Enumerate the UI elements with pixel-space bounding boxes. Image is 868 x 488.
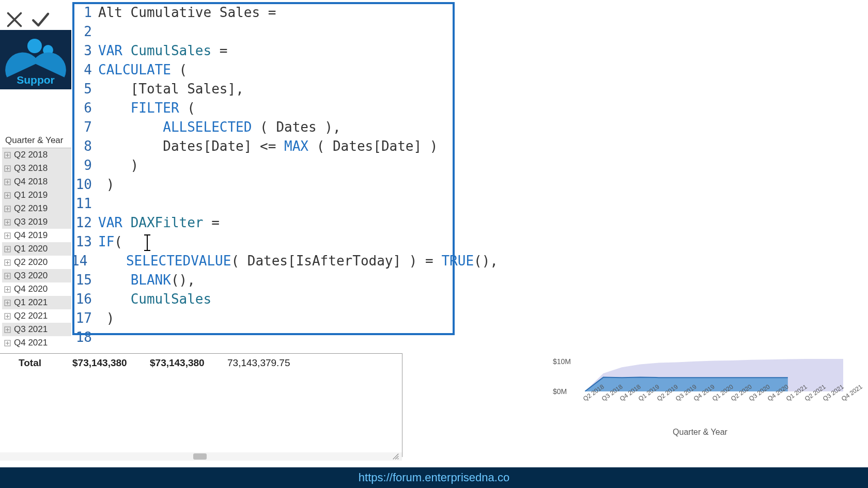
slicer-item-label: Q2 2021 xyxy=(14,311,48,321)
expand-icon xyxy=(4,192,11,199)
expand-icon xyxy=(4,219,11,226)
commit-button[interactable] xyxy=(30,9,51,32)
slicer-item[interactable]: Q2 2019 xyxy=(2,202,71,215)
chart-y-tick: $0M xyxy=(553,387,567,396)
line-number: 4 xyxy=(71,60,98,80)
resize-grip-icon[interactable] xyxy=(392,453,400,460)
code-line[interactable]: Dates[Date] <= MAX ( Dates[Date] ) xyxy=(98,137,454,156)
code-line[interactable]: FILTER ( xyxy=(98,99,454,118)
slicer-title: Quarter & Year xyxy=(2,133,71,148)
expand-icon xyxy=(4,206,11,212)
footer-bar: https://forum.enterprisedna.co xyxy=(0,467,868,488)
code-line[interactable]: IF( xyxy=(98,232,454,251)
slicer-item[interactable]: Q3 2021 xyxy=(2,323,71,336)
slicer-item[interactable]: Q4 2020 xyxy=(2,282,71,296)
line-number: 5 xyxy=(71,80,98,99)
scrollbar-thumb[interactable] xyxy=(193,453,207,460)
expand-icon xyxy=(4,326,11,333)
expand-icon xyxy=(4,300,11,306)
expand-icon xyxy=(4,246,11,253)
slicer-item-label: Q3 2018 xyxy=(14,163,48,174)
line-number: 18 xyxy=(71,328,98,347)
expand-icon xyxy=(4,232,11,239)
visual-border xyxy=(0,353,402,457)
slicer-item-label: Q2 2020 xyxy=(14,257,48,267)
slicer-item[interactable]: Q1 2021 xyxy=(2,296,71,309)
expand-icon xyxy=(4,340,11,347)
expand-icon xyxy=(4,152,11,159)
slicer-item-label: Q1 2021 xyxy=(14,297,48,308)
code-line[interactable]: [Total Sales], xyxy=(98,80,454,99)
code-line[interactable]: SELECTEDVALUE( Dates[IsAfterToday] ) = T… xyxy=(94,251,498,271)
slicer-item[interactable]: Q3 2020 xyxy=(2,269,71,282)
slicer-item[interactable]: Q1 2019 xyxy=(2,188,71,202)
expand-icon xyxy=(4,259,11,266)
slicer-item-label: Q4 2018 xyxy=(14,177,48,187)
expand-icon xyxy=(4,179,11,185)
check-icon xyxy=(30,9,51,30)
quarter-year-slicer[interactable]: Quarter & Year Q2 2018Q3 2018Q4 2018Q1 2… xyxy=(2,133,71,350)
code-line[interactable]: ALLSELECTED ( Dates ), xyxy=(98,118,454,137)
line-number: 6 xyxy=(71,99,98,118)
line-number: 16 xyxy=(71,290,98,309)
cumulative-sales-chart[interactable]: Q2 2018Q3 2018Q4 2018Q1 2019Q2 2019Q3 20… xyxy=(548,350,853,443)
line-number: 1 xyxy=(71,3,98,22)
cancel-button[interactable] xyxy=(4,9,25,32)
slicer-item-label: Q2 2019 xyxy=(14,203,48,214)
code-line[interactable]: Alt Cumulative Sales = xyxy=(98,3,454,22)
code-line[interactable]: ) xyxy=(98,175,454,194)
chart-y-tick: $10M xyxy=(553,357,571,366)
slicer-item[interactable]: Q4 2019 xyxy=(2,229,71,242)
chart-x-ticks: Q2 2018Q3 2018Q4 2018Q1 2019Q2 2019Q3 20… xyxy=(585,392,843,413)
slicer-item[interactable]: Q2 2018 xyxy=(2,148,71,162)
line-number: 11 xyxy=(71,194,98,213)
code-line[interactable]: VAR DAXFilter = xyxy=(98,213,454,232)
slicer-item[interactable]: Q3 2019 xyxy=(2,215,71,229)
line-number: 13 xyxy=(71,232,98,251)
line-number: 14 xyxy=(71,251,94,271)
slicer-item[interactable]: Q2 2021 xyxy=(2,309,71,323)
dax-formula-editor[interactable]: 1Alt Cumulative Sales =23VAR CumulSales … xyxy=(71,0,456,338)
line-number: 7 xyxy=(71,118,98,137)
line-number: 17 xyxy=(71,309,98,328)
line-number: 2 xyxy=(71,22,98,41)
slicer-item-label: Q4 2021 xyxy=(14,338,48,348)
expand-icon xyxy=(4,286,11,293)
slicer-item[interactable]: Q2 2020 xyxy=(2,256,71,269)
line-number: 15 xyxy=(71,271,98,290)
slicer-item-label: Q4 2020 xyxy=(14,284,48,294)
line-number: 10 xyxy=(71,175,98,194)
line-number: 9 xyxy=(71,156,98,175)
slicer-item[interactable]: Q4 2018 xyxy=(2,175,71,188)
canvas-blank-area xyxy=(460,0,868,346)
code-line[interactable]: CumulSales xyxy=(98,290,454,309)
slicer-item[interactable]: Q4 2021 xyxy=(2,336,71,350)
chart-x-axis-title: Quarter & Year xyxy=(548,428,853,437)
chart-x-tick: Q4 2021 xyxy=(840,383,864,403)
slicer-item-label: Q1 2019 xyxy=(14,190,48,200)
slicer-item-label: Q4 2019 xyxy=(14,230,48,241)
code-line[interactable] xyxy=(98,194,454,213)
text-cursor xyxy=(147,235,148,250)
code-line[interactable] xyxy=(98,22,454,41)
brand-logo: Suppor xyxy=(0,30,71,89)
line-number: 8 xyxy=(71,137,98,156)
slicer-item-label: Q1 2020 xyxy=(14,244,48,254)
code-line[interactable]: CALCULATE ( xyxy=(98,60,454,80)
horizontal-scrollbar[interactable] xyxy=(0,452,402,461)
expand-icon xyxy=(4,165,11,172)
line-number: 3 xyxy=(71,41,98,60)
slicer-item-label: Q3 2020 xyxy=(14,271,48,281)
slicer-item-label: Q2 2018 xyxy=(14,150,48,160)
code-line[interactable] xyxy=(98,328,454,347)
code-line[interactable]: ) xyxy=(98,309,454,328)
code-line[interactable]: BLANK(), xyxy=(98,271,454,290)
footer-url-text: https://forum.enterprisedna.co xyxy=(359,471,509,484)
slicer-item[interactable]: Q3 2018 xyxy=(2,162,71,175)
code-line[interactable]: VAR CumulSales = xyxy=(98,41,454,60)
code-line[interactable]: ) xyxy=(98,156,454,175)
expand-icon xyxy=(4,273,11,279)
slicer-item[interactable]: Q1 2020 xyxy=(2,242,71,256)
expand-icon xyxy=(4,313,11,320)
slicer-item-label: Q3 2021 xyxy=(14,324,48,335)
